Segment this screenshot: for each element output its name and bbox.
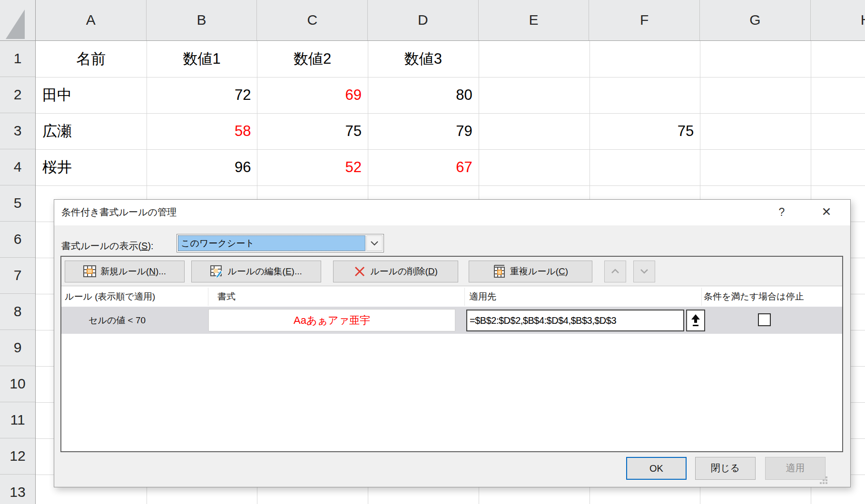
edit-rule-label: ルールの編集(E)... <box>227 265 302 278</box>
cell-D2[interactable]: 80 <box>368 77 479 113</box>
cell-A2[interactable]: 田中 <box>36 77 147 113</box>
row-header-9[interactable]: 9 <box>0 330 35 366</box>
row-header-6[interactable]: 6 <box>0 222 35 258</box>
cell-D1[interactable]: 数値3 <box>368 41 479 77</box>
duplicate-rule-label: 重複ルール(C) <box>510 265 568 278</box>
chevron-down-icon <box>640 269 649 274</box>
rule-format-preview-text: Aaあぁアァ亜宇 <box>294 314 370 326</box>
chevron-down-icon[interactable] <box>366 235 383 251</box>
rule-format-preview: Aaあぁアァ亜宇 <box>208 309 455 331</box>
cell-C3[interactable]: 75 <box>257 113 368 149</box>
cell-B4[interactable]: 96 <box>147 149 257 185</box>
column-header-C[interactable]: C <box>257 0 368 40</box>
header-rule: ルール (表示順で適用) <box>65 287 155 307</box>
row-header-3[interactable]: 3 <box>0 113 35 149</box>
show-rules-selected-value: このワークシート <box>178 235 365 251</box>
table-new-icon <box>83 265 96 278</box>
help-button[interactable]: ? <box>768 200 796 225</box>
column-header-A[interactable]: A <box>36 0 147 40</box>
column-header-G[interactable]: G <box>700 0 811 40</box>
select-all-corner[interactable] <box>0 0 36 41</box>
delete-rule-label: ルールの削除(D) <box>370 265 438 278</box>
header-format: 書式 <box>217 287 236 307</box>
duplicate-rule-button[interactable]: 重複ルール(C) <box>469 261 592 282</box>
rules-list-frame: 新規ルール(N)...ルールの編集(E)...ルールの削除(D)重複ルール(C)… <box>60 256 843 452</box>
cell-A1[interactable]: 名前 <box>36 41 147 77</box>
delete-x-icon <box>354 265 366 278</box>
gridline-horizontal <box>36 185 865 186</box>
new-rule-label: 新規ルール(N)... <box>100 265 166 278</box>
row-header-1[interactable]: 1 <box>0 41 35 77</box>
applies-to-input[interactable] <box>466 310 684 331</box>
column-header-F[interactable]: F <box>589 0 700 40</box>
delete-rule-button[interactable]: ルールの削除(D) <box>333 261 458 282</box>
cell-D4[interactable]: 67 <box>368 149 479 185</box>
row-header-5[interactable]: 5 <box>0 185 35 222</box>
ok-button[interactable]: OK <box>626 457 687 480</box>
column-header-D[interactable]: D <box>368 0 479 40</box>
cell-B2[interactable]: 72 <box>147 77 257 113</box>
cell-A3[interactable]: 広瀬 <box>36 113 147 149</box>
chevron-up-icon <box>611 269 619 274</box>
cell-A4[interactable]: 桜井 <box>36 149 147 185</box>
cell-F3[interactable]: 75 <box>590 113 700 149</box>
row-header-13[interactable]: 13 <box>0 475 35 504</box>
excel-window: ABCDEFGH 12345678910111213 名前数値1数値2数値3田中… <box>0 0 865 504</box>
dialog-title: 条件付き書式ルールの管理 <box>61 200 177 224</box>
column-header-B[interactable]: B <box>147 0 257 40</box>
select-all-triangle-icon <box>0 0 36 41</box>
rule-condition: セルの値 < 70 <box>88 307 146 334</box>
table-edit-icon <box>210 265 223 278</box>
dialog-titlebar[interactable]: 条件付き書式ルールの管理 ? ✕ <box>54 200 850 225</box>
close-button[interactable]: 閉じる <box>695 457 756 480</box>
show-rules-label: 書式ルールの表示(S): <box>61 240 154 252</box>
header-applies-to: 適用先 <box>469 287 496 307</box>
new-rule-button[interactable]: 新規ルール(N)... <box>65 261 185 282</box>
row-headers: 12345678910111213 <box>0 41 36 504</box>
apply-button-disabled: 適用 <box>765 457 826 480</box>
manage-rules-dialog: 条件付き書式ルールの管理 ? ✕ 書式ルールの表示(S): このワークシート 新… <box>54 199 851 487</box>
cell-C2[interactable]: 69 <box>257 77 368 113</box>
cell-C1[interactable]: 数値2 <box>257 41 368 77</box>
row-header-11[interactable]: 11 <box>0 402 35 438</box>
column-headers: ABCDEFGH <box>36 0 865 41</box>
cell-D3[interactable]: 79 <box>368 113 479 149</box>
row-header-7[interactable]: 7 <box>0 258 35 294</box>
row-header-2[interactable]: 2 <box>0 77 35 113</box>
edit-rule-button[interactable]: ルールの編集(E)... <box>191 261 321 282</box>
header-stop-if-true: 条件を満たす場合は停止 <box>704 287 804 307</box>
move-down-button[interactable] <box>633 261 655 282</box>
cell-B1[interactable]: 数値1 <box>147 41 257 77</box>
row-header-10[interactable]: 10 <box>0 366 35 402</box>
column-separator <box>464 288 465 306</box>
cell-B3[interactable]: 58 <box>147 113 257 149</box>
row-header-12[interactable]: 12 <box>0 438 35 475</box>
move-up-button[interactable] <box>604 261 626 282</box>
table-copy-icon <box>493 265 506 278</box>
row-header-8[interactable]: 8 <box>0 294 35 330</box>
rules-toolbar: 新規ルール(N)...ルールの編集(E)...ルールの削除(D)重複ルール(C) <box>61 257 842 286</box>
collapse-dialog-range-icon[interactable] <box>686 310 705 331</box>
rules-list-header: ルール (表示順で適用) 書式 適用先 条件を満たす場合は停止 <box>61 287 842 307</box>
close-icon[interactable]: ✕ <box>812 200 841 225</box>
column-header-E[interactable]: E <box>479 0 590 40</box>
column-separator <box>701 288 702 306</box>
row-header-4[interactable]: 4 <box>0 149 35 185</box>
resize-grip-icon[interactable] <box>820 476 828 485</box>
stop-if-true-checkbox[interactable] <box>758 313 771 326</box>
column-separator <box>208 288 208 306</box>
cell-C4[interactable]: 52 <box>257 149 368 185</box>
rule-row-selected[interactable]: セルの値 < 70 Aaあぁアァ亜宇 <box>61 307 842 334</box>
column-header-H[interactable]: H <box>811 0 865 40</box>
show-rules-combobox[interactable]: このワークシート <box>177 234 384 252</box>
